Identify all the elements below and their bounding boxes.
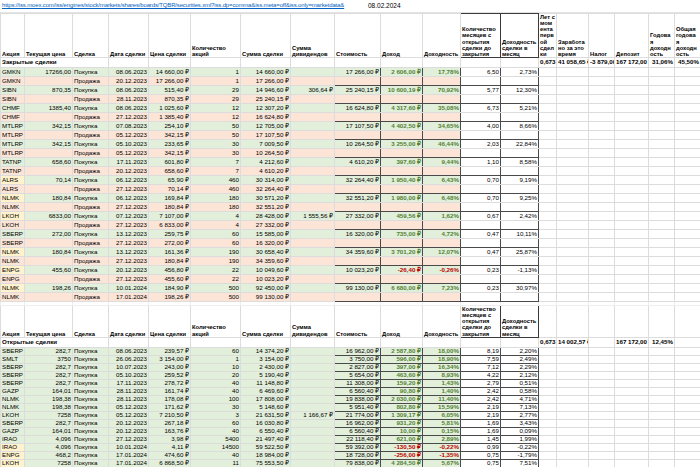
cell-deal-sum[interactable]: 92 450,00 ₽ — [241, 283, 291, 292]
cell-deal-type[interactable]: Покупка — [73, 265, 109, 274]
cell-position-value[interactable] — [335, 292, 381, 301]
cell-empty-cell[interactable] — [649, 355, 675, 363]
cell-monthly-yield[interactable]: 30,97% — [501, 283, 539, 292]
cell-deal-price[interactable]: 658,60 ₽ — [149, 166, 191, 175]
cell-current-price[interactable]: 870,35 — [25, 85, 73, 94]
cell-profit-pct[interactable]: 12,07% — [423, 247, 461, 256]
empty-cell[interactable] — [423, 337, 461, 347]
cell-empty-cell[interactable] — [557, 175, 589, 184]
cell-current-price[interactable] — [25, 184, 73, 193]
cell-deal-type[interactable]: Покупка — [73, 411, 109, 419]
cell-deal-date[interactable]: 08.06.2023 — [109, 347, 149, 355]
cell-current-price[interactable] — [25, 292, 73, 301]
cell-deal-date[interactable]: 20.12.2023 — [109, 166, 149, 175]
column-header[interactable]: Стоимость — [335, 14, 381, 58]
cell-profit[interactable]: 2 606,00 ₽ — [381, 67, 423, 76]
cell-dividends-sum[interactable] — [291, 283, 335, 292]
cell-deal-type[interactable]: Покупка — [73, 403, 109, 411]
cell-deal-type[interactable]: Продажа — [73, 274, 109, 283]
cell-empty-cell[interactable] — [539, 229, 557, 238]
cell-empty-cell[interactable] — [557, 443, 589, 451]
cell-months-open[interactable] — [461, 112, 501, 121]
cell-deal-date[interactable]: 26.06.2023 — [109, 355, 149, 363]
cell-empty-cell[interactable] — [615, 274, 649, 283]
cell-empty-cell[interactable] — [649, 220, 675, 229]
column-header[interactable]: Доходность сделки в месяц — [501, 14, 539, 58]
cell-profit[interactable]: -26,40 ₽ — [381, 265, 423, 274]
cell-share-qty[interactable]: 40 — [191, 379, 241, 387]
cell-monthly-yield[interactable]: 5,21% — [501, 103, 539, 112]
cell-deal-date[interactable]: 17.11.2023 — [109, 157, 149, 166]
column-header[interactable]: Сумма сделки — [241, 305, 291, 337]
cell-months-open[interactable] — [461, 94, 501, 103]
cell-empty-cell[interactable] — [649, 395, 675, 403]
cell-empty-cell[interactable] — [615, 419, 649, 427]
cell-deal-sum[interactable]: 4 212,60 ₽ — [241, 157, 291, 166]
cell-monthly-yield[interactable] — [501, 184, 539, 193]
cell-deal-sum[interactable]: 2 430,00 ₽ — [241, 363, 291, 371]
cell-dividends-sum[interactable] — [291, 435, 335, 443]
empty-cell[interactable] — [461, 337, 501, 347]
cell-profit[interactable]: 463,60 ₽ — [381, 371, 423, 379]
cell-empty-cell[interactable] — [675, 112, 700, 121]
cell-deal-price[interactable]: 4,11 ₽ — [149, 443, 191, 451]
cell-empty-cell[interactable] — [589, 292, 615, 301]
cell-empty-cell[interactable] — [589, 130, 615, 139]
cell-current-price[interactable]: 198,26 — [25, 283, 73, 292]
cell-share-qty[interactable]: 29 — [191, 94, 241, 103]
cell-deal-date[interactable]: 05.10.2023 — [109, 371, 149, 379]
cell-profit-pct[interactable]: 4,72% — [423, 229, 461, 238]
cell-deal-date[interactable]: 13.12.2023 — [109, 247, 149, 256]
cell-deal-type[interactable]: Покупка — [73, 85, 109, 94]
summary-years-since-first-deal[interactable]: 0,673 — [539, 57, 557, 67]
cell-current-price[interactable] — [25, 220, 73, 229]
cell-empty-cell[interactable] — [589, 435, 615, 443]
cell-profit-pct[interactable] — [423, 202, 461, 211]
cell-months-open[interactable] — [461, 148, 501, 157]
cell-empty-cell[interactable] — [649, 139, 675, 148]
column-header[interactable]: Количество месяцев с открытия сделки до … — [461, 305, 501, 337]
cell-empty-cell[interactable] — [615, 395, 649, 403]
cell-dividends-sum[interactable]: 1 555,56 ₽ — [291, 211, 335, 220]
cell-current-price[interactable]: 198,38 — [25, 395, 73, 403]
cell-share-qty[interactable]: 460 — [191, 175, 241, 184]
cell-months-open[interactable] — [461, 274, 501, 283]
cell-empty-cell[interactable] — [539, 157, 557, 166]
cell-profit-pct[interactable] — [423, 274, 461, 283]
cell-deal-date[interactable]: 05.12.2023 — [109, 411, 149, 419]
cell-profit[interactable]: 90,80 ₽ — [381, 387, 423, 395]
cell-position-value[interactable] — [335, 256, 381, 265]
cell-deal-date[interactable]: 27.12.2023 — [109, 256, 149, 265]
cell-ticker[interactable]: SMLT — [1, 355, 25, 363]
cell-empty-cell[interactable] — [539, 371, 557, 379]
cell-months-open[interactable]: 7,12 — [461, 363, 501, 371]
column-header[interactable]: Акция — [1, 14, 25, 58]
empty-cell[interactable] — [501, 337, 539, 347]
cell-profit[interactable]: 1 950,40 ₽ — [381, 175, 423, 184]
cell-empty-cell[interactable] — [675, 371, 700, 379]
cell-deal-price[interactable]: 17 266,00 ₽ — [149, 76, 191, 85]
cell-empty-cell[interactable] — [557, 347, 589, 355]
cell-deal-price[interactable]: 6 833,00 ₽ — [149, 220, 191, 229]
cell-deal-type[interactable]: Продажа — [73, 292, 109, 301]
cell-ticker[interactable]: TATNP — [1, 157, 25, 166]
cell-empty-cell[interactable] — [557, 121, 589, 130]
cell-monthly-yield[interactable] — [501, 274, 539, 283]
summary-years-since-first-deal[interactable]: 0,673 — [539, 337, 557, 347]
cell-deal-sum[interactable]: 14 660,00 ₽ — [241, 67, 291, 76]
cell-empty-cell[interactable] — [589, 387, 615, 395]
cell-profit[interactable]: -130,50 ₽ — [381, 443, 423, 451]
cell-deal-sum[interactable]: 59 522,50 ₽ — [241, 443, 291, 451]
cell-share-qty[interactable]: 460 — [191, 184, 241, 193]
cell-empty-cell[interactable] — [557, 85, 589, 94]
cell-profit[interactable] — [381, 292, 423, 301]
section-label[interactable]: Закрытые сделки — [1, 57, 109, 67]
cell-empty-cell[interactable] — [557, 247, 589, 256]
cell-ticker[interactable]: CHMF — [1, 112, 25, 121]
cell-deal-sum[interactable]: 12 307,20 ₽ — [241, 103, 291, 112]
cell-profit[interactable] — [381, 274, 423, 283]
cell-empty-cell[interactable] — [615, 76, 649, 85]
cell-ticker[interactable]: LKOH — [1, 220, 25, 229]
cell-months-open[interactable]: 0,99 — [461, 443, 501, 451]
cell-profit[interactable]: 10,00 ₽ — [381, 427, 423, 435]
